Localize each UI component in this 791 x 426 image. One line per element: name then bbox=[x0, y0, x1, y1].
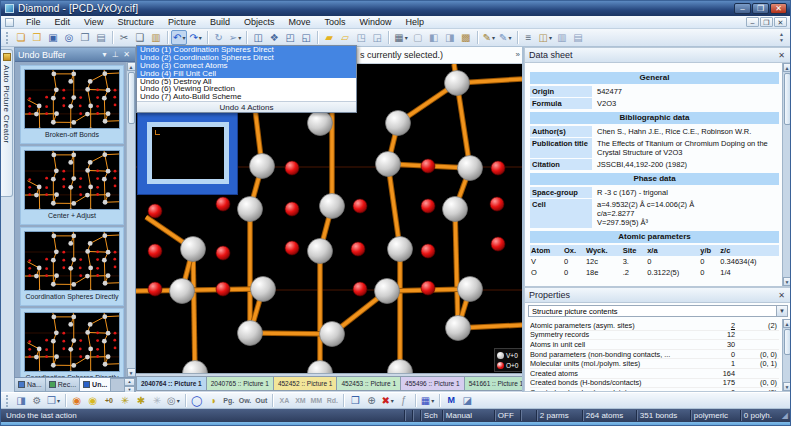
select-mode-icon[interactable]: ➢▾ bbox=[227, 30, 243, 45]
undo-thumbnail-item[interactable]: Coordination Spheres Directly bbox=[20, 227, 124, 306]
undo-actions-footer[interactable]: Undo 4 Actions bbox=[137, 101, 356, 112]
menu-picture[interactable]: Picture bbox=[161, 16, 203, 28]
chevron-down-icon[interactable]: ▾ bbox=[238, 34, 241, 41]
edit-picture-icon[interactable]: ✎▾ bbox=[481, 30, 497, 45]
picture-list-icon[interactable]: ❐▾ bbox=[45, 393, 62, 408]
undo-icon[interactable]: ↶▾ bbox=[171, 30, 187, 45]
tab-spinner[interactable]: ▲▼ bbox=[124, 378, 135, 391]
properties-close-icon[interactable]: ✕ bbox=[776, 291, 787, 300]
chevron-down-icon[interactable]: ▼ bbox=[776, 306, 787, 316]
find-icon[interactable]: ◎ bbox=[61, 30, 77, 45]
data-sheet-scrollbar[interactable]: ▲ ▼ bbox=[782, 63, 791, 286]
ow-button[interactable]: Ow. bbox=[237, 393, 254, 408]
picture-tab[interactable]: 541661 :: Picture 1 bbox=[465, 376, 529, 391]
chevron-down-icon[interactable]: ▾ bbox=[182, 34, 185, 41]
spinner-up-icon[interactable]: ▲ bbox=[124, 378, 135, 386]
menu-objects[interactable]: Objects bbox=[237, 16, 282, 28]
chevron-down-icon[interactable]: ▾ bbox=[405, 34, 408, 41]
close-button[interactable]: ✕ bbox=[770, 3, 787, 14]
add-atoms-icon[interactable]: ◉ bbox=[85, 393, 101, 408]
molecule-pale-icon[interactable]: ✳ bbox=[149, 393, 165, 408]
chevron-down-icon[interactable]: ▾ bbox=[199, 34, 202, 41]
child-restore-button[interactable]: ❐ bbox=[760, 17, 773, 27]
undo-menu-item-6[interactable]: Undo (6) Viewing Direction bbox=[137, 85, 356, 93]
minimize-button[interactable]: – bbox=[734, 3, 751, 14]
picture-tab[interactable]: 455496 :: Picture 1 bbox=[401, 376, 465, 391]
ring-fill-icon[interactable]: ◑ bbox=[205, 393, 221, 408]
new-file-icon[interactable]: ❏ bbox=[13, 30, 29, 45]
panel-menu-icon[interactable]: ▾ bbox=[99, 50, 110, 59]
chevron-down-icon[interactable]: ▾ bbox=[431, 397, 434, 404]
chevron-down-icon[interactable]: ▾ bbox=[57, 397, 60, 404]
undo-menu-item-4[interactable]: Undo (4) Fill Unit Cell bbox=[137, 70, 356, 78]
xa-button[interactable]: XA bbox=[276, 393, 292, 408]
menu-build[interactable]: Build bbox=[203, 16, 237, 28]
folder-structures-icon[interactable]: ▰ bbox=[321, 30, 337, 45]
pg-button[interactable]: Pg. bbox=[221, 393, 237, 408]
child-close-button[interactable]: ✕ bbox=[774, 17, 787, 27]
layout-split-icon[interactable]: ◳ bbox=[353, 30, 369, 45]
chevron-down-icon[interactable]: ▾ bbox=[549, 34, 552, 41]
connect-atoms-icon[interactable]: ✳ bbox=[117, 393, 133, 408]
menu-file[interactable]: File bbox=[19, 16, 48, 28]
menu-help[interactable]: Help bbox=[399, 16, 432, 28]
child-minimize-button[interactable]: – bbox=[746, 17, 759, 27]
measure-m-button[interactable]: M bbox=[443, 393, 459, 408]
scroll-down-icon[interactable]: ▼ bbox=[783, 382, 791, 391]
maximize-view-icon[interactable]: ◱ bbox=[298, 30, 314, 45]
gallery-icon[interactable]: ▥ bbox=[554, 30, 570, 45]
scrollbar-thumb[interactable] bbox=[784, 329, 791, 355]
picture-frame2-icon[interactable]: ◨ bbox=[442, 30, 458, 45]
chevron-down-icon[interactable]: ▾ bbox=[508, 34, 511, 41]
chevron-down-icon[interactable]: ▾ bbox=[177, 397, 180, 404]
coordination-spheres-icon[interactable]: ◎▾ bbox=[165, 393, 182, 408]
new-window-icon[interactable]: ◫ bbox=[250, 30, 266, 45]
molecule-set-icon[interactable]: ✱ bbox=[133, 393, 149, 408]
dock-tab-rec[interactable]: Rec... bbox=[46, 378, 80, 391]
undo-menu-item-5[interactable]: Undo (5) Destroy All bbox=[137, 78, 356, 86]
toolbar-overflow-control[interactable]: ▲▼ bbox=[775, 31, 788, 45]
undo-menu-item-3[interactable]: Undo (3) Connect Atoms bbox=[137, 62, 356, 70]
table-view-icon[interactable]: ▦▾ bbox=[392, 30, 409, 45]
rd-button[interactable]: Rd. bbox=[324, 393, 340, 408]
menu-structure[interactable]: Structure bbox=[110, 16, 161, 28]
menu-move[interactable]: Move bbox=[281, 16, 317, 28]
scroll-down-icon[interactable]: ▼ bbox=[127, 368, 136, 377]
destroy-icon[interactable]: ✖▾ bbox=[379, 393, 395, 408]
undo-thumbnail-item[interactable]: Broken-off Bonds bbox=[20, 65, 124, 144]
scroll-down-icon[interactable]: ▼ bbox=[783, 277, 791, 286]
list-view-icon[interactable]: ≡ bbox=[521, 30, 537, 45]
tools-icon[interactable]: ⚙ bbox=[29, 393, 45, 408]
dock-tab-na[interactable]: Na... bbox=[15, 378, 46, 391]
center-crosshair-icon[interactable]: ⊕ bbox=[363, 393, 379, 408]
charge-zero-button[interactable]: +0 bbox=[101, 393, 117, 408]
menu-window[interactable]: Window bbox=[352, 16, 398, 28]
menu-tools[interactable]: Tools bbox=[317, 16, 352, 28]
picture-frame-icon[interactable]: ◧ bbox=[426, 30, 442, 45]
maximize-button[interactable]: ❐ bbox=[752, 3, 769, 14]
menu-view[interactable]: View bbox=[77, 16, 110, 28]
ring-blue-icon[interactable]: ◯ bbox=[189, 393, 205, 408]
print-preview-icon[interactable]: ❐ bbox=[77, 30, 93, 45]
color-grid-icon[interactable]: ▦▾ bbox=[419, 393, 436, 408]
out-button[interactable]: Out bbox=[253, 393, 269, 408]
pin-icon[interactable]: ⊥ bbox=[110, 50, 121, 59]
scroll-up-icon[interactable]: ▲ bbox=[783, 319, 791, 328]
xm-button[interactable]: XM bbox=[292, 393, 308, 408]
tile-windows-icon[interactable]: ◰ bbox=[282, 30, 298, 45]
blank-picture-icon[interactable]: ▢ bbox=[410, 30, 426, 45]
chevron-down-icon[interactable]: ▾ bbox=[391, 397, 394, 404]
unit-cell-icon[interactable]: ❒ bbox=[347, 393, 363, 408]
tab-auto-picture-creator[interactable]: Auto Picture Creator bbox=[1, 49, 13, 197]
photo-icon[interactable]: ▩ bbox=[458, 30, 474, 45]
copy-icon[interactable]: ❑ bbox=[132, 30, 148, 45]
refresh-icon[interactable]: ↻ bbox=[211, 30, 227, 45]
save-icon[interactable]: ▣ bbox=[45, 30, 61, 45]
folder-pictures-icon[interactable]: ▱ bbox=[337, 30, 353, 45]
properties-scrollbar[interactable]: ▲ ▼ bbox=[782, 319, 791, 391]
chevron-right-icon[interactable]: » bbox=[516, 50, 520, 59]
angle-icon[interactable]: ƒ bbox=[396, 393, 412, 408]
edit-scene-icon[interactable]: ✎▾ bbox=[497, 30, 513, 45]
scrollbar-thumb[interactable] bbox=[784, 73, 791, 125]
mm-button[interactable]: MM bbox=[308, 393, 324, 408]
